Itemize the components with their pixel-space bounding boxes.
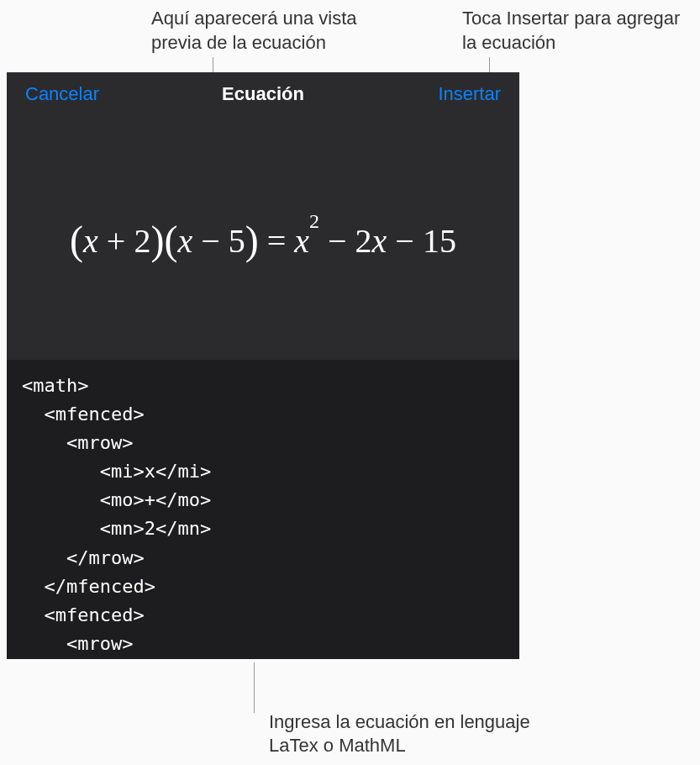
header: Cancelar Ecuación Insertar: [7, 72, 519, 116]
cancel-button[interactable]: Cancelar: [25, 83, 99, 105]
callout-input: Ingresa la ecuación en lenguaje LaTex o …: [269, 710, 538, 758]
callout-line: [254, 662, 255, 713]
panel-title: Ecuación: [222, 83, 304, 105]
rendered-equation: (x + 2)(x − 5) = x2 − 2x − 15: [70, 215, 456, 261]
insert-button[interactable]: Insertar: [438, 83, 501, 105]
equation-editor-panel: Cancelar Ecuación Insertar (x + 2)(x − 5…: [7, 72, 519, 659]
code-input[interactable]: <math> <mfenced> <mrow> <mi>x</mi> <mo>+…: [7, 360, 519, 659]
equation-preview: (x + 2)(x − 5) = x2 − 2x − 15: [7, 116, 519, 360]
callout-preview: Aquí aparecerá una vista previa de la ec…: [151, 7, 387, 55]
callout-insert: Toca Insertar para agregar la ecuación: [462, 7, 697, 55]
